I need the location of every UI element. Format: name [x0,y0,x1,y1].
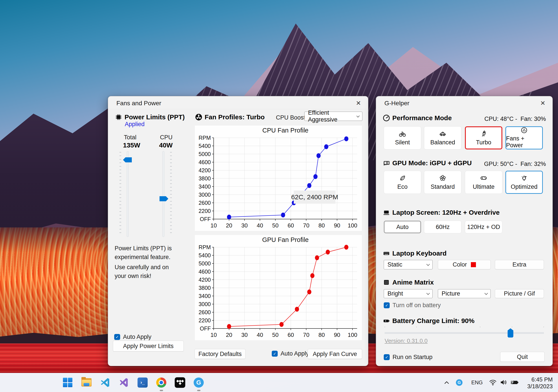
cpu-value: 40W [159,142,173,149]
tray-wifi[interactable] [489,379,497,386]
gpu-mode-heading: GPU Mode: iGPU + dGPU [392,159,472,167]
apply-fan-curve-button[interactable]: Apply Fan Curve [308,349,362,359]
visual-studio-icon[interactable] [117,375,131,390]
matrix-icon [383,279,390,286]
factory-defaults-button[interactable]: Factory Defaults [194,349,245,359]
checkbox-checked-icon[interactable]: ✓ [272,351,278,357]
matrix-battery-checkbox[interactable]: ✓ Turn off on battery [384,302,441,309]
slider-track[interactable] [127,151,129,237]
start-button[interactable] [61,375,75,390]
svg-text:5000: 5000 [199,260,211,267]
checkbox-checked-icon[interactable]: ✓ [384,302,390,308]
svg-text:40: 40 [257,332,263,338]
cpu-slider-thumb[interactable] [159,196,168,201]
tray-chevron-up[interactable] [443,379,451,386]
svg-text:30: 30 [241,222,248,229]
anime-matrix-header: Anime Matrix [383,279,434,286]
ghelper-titlebar[interactable]: G-Helper ✕ [376,96,552,109]
keyboard-color-button[interactable]: Color [438,260,491,269]
gpu-mode-header: GPU Mode: iGPU + dGPU [383,159,472,167]
matrix-battery-label: Turn off on battery [392,302,441,309]
tray-g-helper-icon[interactable]: G [456,379,462,386]
power-auto-apply[interactable]: ✓ Auto Apply [114,334,151,340]
tray-volume[interactable] [499,379,507,386]
gpu-mode-optimized-selected[interactable]: Optimized [506,171,543,194]
g-helper-taskbar-icon[interactable]: G [192,375,206,390]
slider-track[interactable] [162,151,164,237]
chevron-down-icon [485,292,488,295]
total-power-slider[interactable] [122,151,133,237]
taskbar: ›_ G G ENG [0,373,558,392]
gpu-mode-standard[interactable]: Standard [424,171,462,194]
perf-mode-balanced[interactable]: Balanced [424,126,462,150]
perf-mode-fans-power[interactable]: Fans + Power [506,126,543,150]
svg-text:30: 30 [241,332,248,338]
g-helper-window: G-Helper ✕ Performance Mode CPU: 48°C - … [376,96,553,366]
gpu-mode-ultimate[interactable]: Ultimate [465,171,502,194]
slider-ticks [170,152,172,236]
total-value: 135W [123,142,140,149]
svg-text:4200: 4200 [199,277,211,283]
wifi-icon [489,379,497,386]
svg-text:OFF: OFF [200,325,211,332]
bicycle-icon [399,130,406,137]
keyboard-extra-button[interactable]: Extra [495,260,544,269]
total-slider-thumb[interactable] [123,157,132,162]
screen-option-auto-selected[interactable]: Auto [384,221,421,233]
gpu-fan-chart[interactable]: GPU Fan Profile102030405060708090100RPM2… [195,235,362,341]
cpu-boost-dropdown[interactable]: Efficient Aggressive [304,112,362,121]
power-limits-heading: Power Limits (PPT) [124,113,185,121]
perf-mode-silent[interactable]: Silent [384,126,421,150]
file-explorer-icon[interactable] [79,375,94,390]
performance-mode-heading: Performance Mode [392,114,452,122]
cpu-chip-icon [115,114,122,121]
close-icon[interactable]: ✕ [539,99,547,107]
checkbox-checked-icon[interactable]: ✓ [114,334,120,340]
fan-profiles-heading: Fan Profiles: Turbo [205,113,265,121]
close-icon[interactable]: ✕ [355,99,362,107]
running-indicator [160,390,163,391]
chrome-icon[interactable] [154,375,168,390]
svg-text:4600: 4600 [199,268,211,275]
laptop-screen-header: Laptop Screen: 120Hz + Overdrive [383,209,500,216]
cpu-fan-chart[interactable]: CPU Fan Profile102030405060708090100RPM2… [195,125,362,231]
vscode-icon[interactable] [98,375,112,390]
checkbox-checked-icon[interactable]: ✓ [384,354,390,360]
apply-power-limits-button[interactable]: Apply Power Limits [113,341,184,351]
screen-option-120hz-od[interactable]: 120Hz + OD [465,221,502,233]
tray-time-value: 6:45 PM [527,376,553,383]
cpu-power-slider[interactable] [158,151,168,237]
fans-titlebar[interactable]: Fans and Power ✕ [108,96,368,109]
color-swatch [471,262,476,267]
tray-clock[interactable]: 6:45 PM 3/18/2023 [527,376,553,390]
svg-text:2600: 2600 [199,200,211,206]
matrix-content-dropdown[interactable]: Picture [438,289,491,298]
tray-language[interactable]: ENG [471,379,484,386]
gpu-mode-eco[interactable]: Eco [384,171,421,194]
matrix-brightness-dropdown[interactable]: Bright [384,289,433,298]
keyboard-mode-dropdown[interactable]: Static [384,260,433,269]
svg-text:100: 100 [348,222,357,229]
matrix-picture-gif-button[interactable]: Picture / Gif [495,289,544,298]
tray-battery[interactable] [510,379,519,386]
run-on-startup-checkbox[interactable]: ✓ Run on Startup [384,354,433,361]
svg-text:3800: 3800 [199,175,211,182]
battery-slider-thumb[interactable] [508,328,513,337]
battery-limit-slider[interactable] [385,326,544,337]
screen-option-60hz[interactable]: 60Hz [424,221,462,233]
quit-button[interactable]: Quit [500,352,545,362]
powershell-icon[interactable]: ›_ [136,375,150,390]
tidal-icon[interactable] [173,375,187,390]
cpu-fan-chart-panel[interactable]: CPU Fan Profile102030405060708090100RPM2… [194,125,362,231]
chevron-down-icon [356,114,359,117]
svg-text:2200: 2200 [199,317,211,324]
gpu-temp-fan-stat: GPU: 50°C - Fan: 32% [484,161,546,167]
gpu-fan-chart-panel[interactable]: GPU Fan Profile102030405060708090100RPM2… [194,235,362,341]
version-link[interactable]: Version: 0.31.0.0 [385,337,427,344]
fan-auto-apply[interactable]: ✓ Auto Apply [272,350,309,357]
svg-text:3000: 3000 [199,192,211,198]
perf-mode-turbo-selected[interactable]: Turbo [465,126,502,150]
slider-track[interactable] [385,332,544,334]
visual-studio-logo-icon [119,377,129,388]
leaf-icon [399,174,406,182]
